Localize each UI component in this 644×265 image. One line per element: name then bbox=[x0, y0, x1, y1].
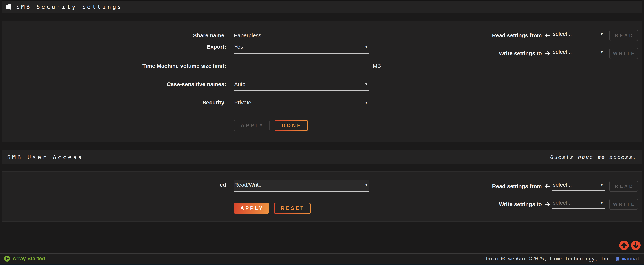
write-settings-label: Write settings to bbox=[499, 50, 542, 57]
manual-link-text: manual bbox=[622, 256, 640, 261]
arrow-left-icon bbox=[544, 183, 550, 189]
read-settings-select[interactable]: select... ▼ bbox=[552, 182, 605, 191]
windows-icon bbox=[5, 4, 11, 10]
read-settings-row: Read settings from select... ▼ READ bbox=[492, 181, 638, 192]
chevron-down-icon: ▼ bbox=[600, 50, 604, 54]
arrow-right-icon bbox=[544, 201, 550, 207]
chevron-down-icon: ▼ bbox=[600, 183, 604, 187]
read-settings-select-value: select... bbox=[553, 31, 572, 37]
write-settings-select-value: select... bbox=[553, 49, 572, 55]
guests-note-emphasis: no bbox=[598, 154, 605, 160]
read-button[interactable]: READ bbox=[609, 30, 638, 41]
array-status-text: Array Started bbox=[12, 256, 45, 261]
read-settings-select-value: select... bbox=[553, 182, 572, 188]
bottom-edge bbox=[0, 263, 644, 265]
user-ed-label: ed bbox=[2, 181, 226, 188]
time-machine-unit: MB bbox=[373, 63, 381, 69]
smb-security-page: SMB Security Settings Read settings from… bbox=[0, 0, 644, 265]
chevron-down-icon: ▼ bbox=[600, 201, 604, 205]
read-button[interactable]: READ bbox=[609, 181, 638, 192]
security-select[interactable]: Private ▼ bbox=[234, 99, 370, 109]
write-button[interactable]: WRITE bbox=[609, 199, 638, 210]
arrow-right-icon bbox=[544, 51, 550, 56]
apply-button-disabled[interactable]: APPLY bbox=[234, 120, 270, 131]
case-sensitive-label: Case-sensitive names: bbox=[2, 81, 226, 88]
guests-note-suffix: access. bbox=[605, 154, 637, 160]
chevron-down-icon: ▼ bbox=[600, 32, 604, 36]
copyright-text: Unraid® webGui ©2025, Lime Technology, I… bbox=[484, 256, 612, 261]
write-settings-select-value: select... bbox=[553, 200, 572, 206]
write-settings-label: Write settings to bbox=[499, 201, 542, 207]
titlebar: SMB Security Settings bbox=[2, 0, 642, 13]
smb-security-panel: Read settings from select... ▼ READ Writ… bbox=[2, 21, 642, 142]
guests-note-prefix: Guests have bbox=[550, 154, 598, 160]
footer: Array Started Unraid® webGui ©2025, Lime… bbox=[0, 253, 644, 263]
copyright-area: Unraid® webGui ©2025, Lime Technology, I… bbox=[484, 256, 640, 261]
case-sensitive-row: Case-sensitive names: Auto ▼ bbox=[2, 81, 642, 91]
done-button[interactable]: DONE bbox=[274, 120, 308, 131]
write-settings-row: Write settings to select... ▼ WRITE bbox=[499, 48, 638, 59]
scroll-to-bottom-button[interactable] bbox=[631, 240, 641, 250]
read-settings-row: Read settings from select... ▼ READ bbox=[492, 30, 638, 41]
smb-user-access-panel: Read settings from select... ▼ READ Writ… bbox=[2, 171, 642, 221]
time-machine-size-input[interactable] bbox=[234, 63, 370, 72]
security-row: Security: Private ▼ bbox=[2, 99, 642, 109]
share-name-value: Paperpless bbox=[234, 32, 370, 39]
reset-button[interactable]: RESET bbox=[274, 203, 311, 214]
chevron-down-icon: ▼ bbox=[364, 99, 368, 106]
time-machine-row: Time Machine volume size limit: MB bbox=[2, 63, 642, 72]
apply-button[interactable]: APPLY bbox=[234, 203, 269, 214]
security-select-value: Private bbox=[234, 99, 251, 106]
read-settings-label: Read settings from bbox=[492, 32, 542, 39]
security-label: Security: bbox=[2, 99, 226, 106]
write-settings-select[interactable]: select... ▼ bbox=[552, 49, 605, 58]
write-settings-select[interactable]: select... ▼ bbox=[552, 200, 605, 209]
guests-access-note: Guests have no access. bbox=[550, 154, 637, 160]
export-select[interactable]: Yes ▼ bbox=[234, 44, 370, 54]
export-label: Export: bbox=[2, 44, 226, 50]
scroll-arrows bbox=[619, 240, 641, 250]
arrow-left-icon bbox=[544, 33, 550, 38]
write-button[interactable]: WRITE bbox=[609, 48, 638, 59]
read-settings-select[interactable]: select... ▼ bbox=[552, 31, 605, 40]
manual-link[interactable]: manual bbox=[615, 256, 640, 261]
read-settings-label: Read settings from bbox=[492, 183, 542, 189]
chevron-down-icon: ▼ bbox=[364, 81, 368, 88]
smb-user-access-title: SMB User Access bbox=[7, 154, 83, 160]
play-circle-icon bbox=[4, 255, 10, 262]
chevron-down-icon: ▼ bbox=[364, 44, 368, 50]
write-settings-row: Write settings to select... ▼ WRITE bbox=[499, 199, 638, 210]
user-access-select-value: Read/Write bbox=[234, 181, 262, 188]
export-select-value: Yes bbox=[234, 44, 243, 50]
io-panel-bottom: Read settings from select... ▼ READ Writ… bbox=[492, 181, 638, 210]
page-title: SMB Security Settings bbox=[16, 4, 123, 10]
share-name-label: Share name: bbox=[2, 32, 226, 39]
chevron-down-icon: ▼ bbox=[364, 181, 368, 188]
book-icon bbox=[615, 256, 620, 261]
scroll-to-top-button[interactable] bbox=[619, 240, 629, 250]
user-access-select[interactable]: Read/Write ▼ bbox=[234, 180, 370, 192]
io-panel-top: Read settings from select... ▼ READ Writ… bbox=[492, 30, 638, 59]
array-status: Array Started bbox=[4, 255, 45, 262]
case-sensitive-select-value: Auto bbox=[234, 81, 246, 88]
smb-user-access-header: SMB User Access Guests have no access. bbox=[2, 150, 642, 164]
time-machine-label: Time Machine volume size limit: bbox=[2, 63, 226, 69]
case-sensitive-select[interactable]: Auto ▼ bbox=[234, 81, 370, 91]
security-buttons-row: APPLY DONE bbox=[234, 120, 642, 131]
